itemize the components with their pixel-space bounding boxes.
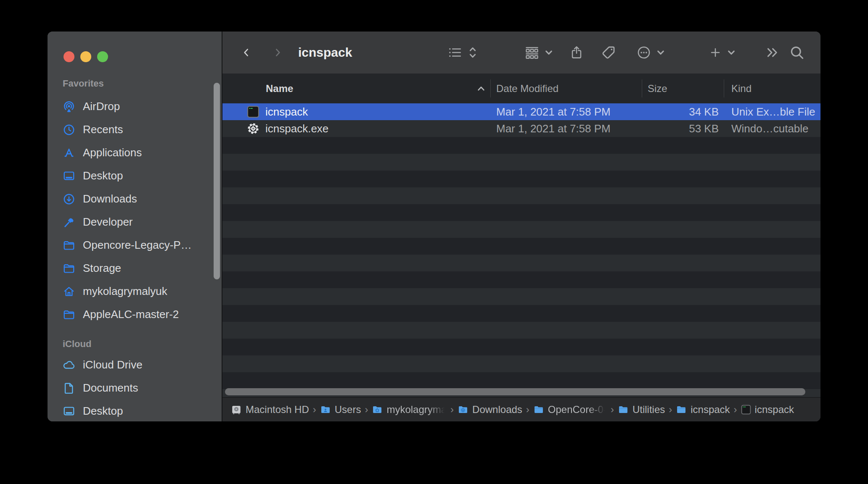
sidebar-item-recents[interactable]: Recents [48,118,222,141]
chevron-down-icon [656,48,665,57]
back-button[interactable] [238,32,255,74]
file-size-cell[interactable]: 53 KB [642,122,724,135]
sidebar-item-applications[interactable]: Applications [48,141,222,164]
cloud-icon [62,358,76,372]
chevron-left-icon [241,46,252,59]
path-item-icnspack[interactable]: icnspack [676,404,730,416]
file-name: icnspack [265,105,308,118]
path-item-utilities[interactable]: Utilities [618,404,665,416]
sidebar-item-downloads[interactable]: Downloads [48,187,222,210]
column-divider[interactable] [642,79,642,97]
path-item-users[interactable]: Users [320,404,361,416]
sidebar-item-desktop[interactable]: Desktop [48,164,222,187]
home-icon [62,284,76,299]
sidebar-item-label: Documents [83,381,138,395]
path-separator: › [365,404,368,416]
share-icon [569,44,584,61]
actions-button[interactable] [635,32,652,74]
sidebar-item-label: Desktop [83,169,123,182]
path-separator: › [734,404,737,416]
column-headers: Name Date Modified Size Kind [222,74,820,103]
file-name-cell[interactable]: icnspack [222,105,490,118]
list-view-icon [447,45,463,60]
file-date-cell[interactable]: Mar 1, 2021 at 7:58 PM [490,122,642,135]
desktop-icon [62,169,76,183]
sidebar-item-label: Opencore-Legacy-P… [83,239,192,252]
group-by-button[interactable] [523,32,541,74]
empty-row [222,372,820,389]
view-toggle-chevrons[interactable] [466,32,479,74]
forward-button[interactable] [269,32,286,74]
file-kind-cell[interactable]: Unix Ex…ble File [724,105,820,118]
actions-chevron[interactable] [655,32,667,74]
column-header-size[interactable]: Size [642,83,724,95]
path-item-opencore-0[interactable]: OpenCore-0- [533,404,607,416]
path-item-label: icnspack [755,404,794,416]
sidebar-item-documents[interactable]: Documents [48,376,222,400]
path-separator: › [611,404,614,416]
chevron-down-icon [727,48,736,57]
path-item-mykolagryma[interactable]: mykolagryma [372,404,447,416]
overflow-button[interactable] [764,32,781,74]
column-divider[interactable] [724,79,724,97]
terminal-executable-icon [741,405,751,415]
empty-row [222,154,820,171]
sidebar-item-storage[interactable]: Storage [48,257,222,280]
chevron-up-down-icon [467,45,478,60]
search-button[interactable] [788,32,806,74]
path-item-label: Utilities [632,404,665,416]
file-size-cell[interactable]: 34 KB [642,105,724,118]
plus-icon [709,46,722,59]
sidebar-items: Favorites AirDropRecentsApplicationsDesk… [48,32,222,421]
file-row-icnspack-exe[interactable]: icnspack.exeMar 1, 2021 at 7:58 PM53 KBW… [222,120,820,137]
path-item-label: OpenCore-0- [548,404,607,416]
empty-row [222,137,820,154]
new-folder-button[interactable] [708,32,723,74]
empty-row [222,305,820,322]
empty-row [222,171,820,187]
new-chevron[interactable] [725,32,737,74]
column-header-date[interactable]: Date Modified [490,83,642,95]
folder-download-icon [458,404,468,415]
sidebar-item-opencore-legacy-p[interactable]: Opencore-Legacy-P… [48,234,222,257]
file-kind-cell[interactable]: Windo…cutable [724,122,820,135]
tags-button[interactable] [598,32,619,74]
sidebar-scrollbar[interactable] [214,83,220,279]
path-item-icnspack-file[interactable]: icnspack [741,404,794,416]
file-date-cell[interactable]: Mar 1, 2021 at 7:58 PM [490,105,642,118]
folder-blue-icon [533,404,544,415]
folder-home-icon [372,404,383,415]
sidebar-section-header-icloud: iCloud [48,334,222,353]
column-header-name[interactable]: Name [222,83,490,95]
column-divider[interactable] [490,79,491,97]
sidebar-item-developer[interactable]: Developer [48,210,222,234]
path-bar: Macintosh HD›Users›mykolagryma›Downloads… [222,397,820,421]
folder-icon [62,261,76,276]
empty-row [222,271,820,288]
path-item-macintosh-hd[interactable]: Macintosh HD [231,404,309,416]
share-button[interactable] [567,32,586,74]
group-by-chevron[interactable] [543,32,555,74]
sidebar-item-icloud-drive[interactable]: iCloud Drive [48,353,222,376]
path-item-downloads[interactable]: Downloads [458,404,522,416]
column-header-kind[interactable]: Kind [724,83,820,95]
file-name-cell[interactable]: icnspack.exe [222,122,490,135]
empty-row [222,288,820,305]
sidebar-item-label: AirDrop [83,100,120,113]
gear-executable-icon [247,122,259,135]
empty-row [222,322,820,339]
view-list-button[interactable] [446,32,464,74]
sidebar-item-mykolagrymalyuk[interactable]: mykolagrymalyuk [48,280,222,303]
path-separator: › [313,404,316,416]
drive-icon [231,404,242,415]
sidebar-item-desktop[interactable]: Desktop [48,400,222,421]
sidebar-item-airdrop[interactable]: AirDrop [48,95,222,118]
sidebar-section-header-favorites: Favorites [48,72,222,95]
file-row-icnspack[interactable]: icnspackMar 1, 2021 at 7:58 PM34 KBUnix … [222,103,820,120]
empty-row [222,355,820,372]
sidebar-item-label: Developer [83,216,133,229]
sidebar-item-label: Storage [83,262,121,275]
horizontal-scrollbar[interactable] [225,388,805,395]
sidebar-item-applealc-master-2[interactable]: AppleALC-master-2 [48,303,222,326]
search-icon [789,45,805,60]
